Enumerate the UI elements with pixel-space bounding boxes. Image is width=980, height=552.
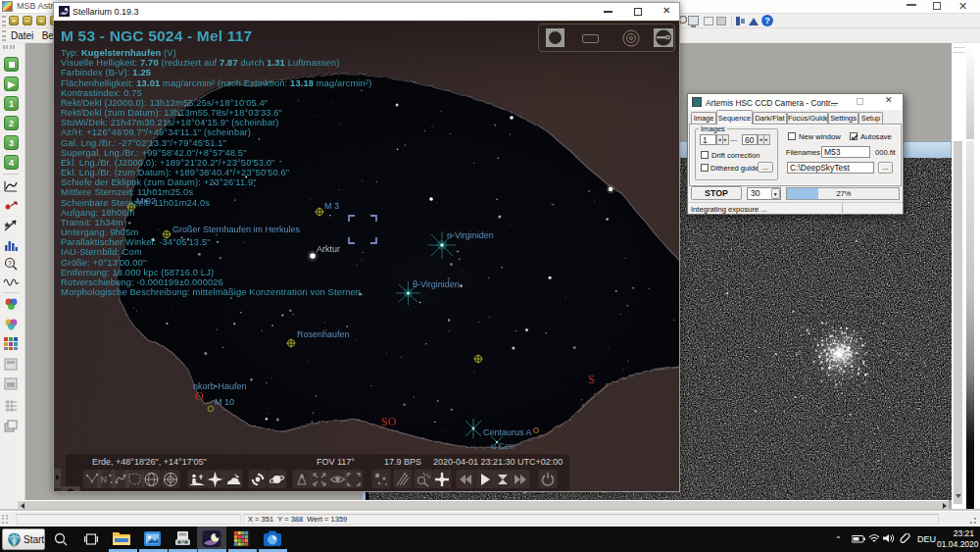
svg-text:N: N [101,475,108,484]
svg-text:?: ? [8,260,12,267]
